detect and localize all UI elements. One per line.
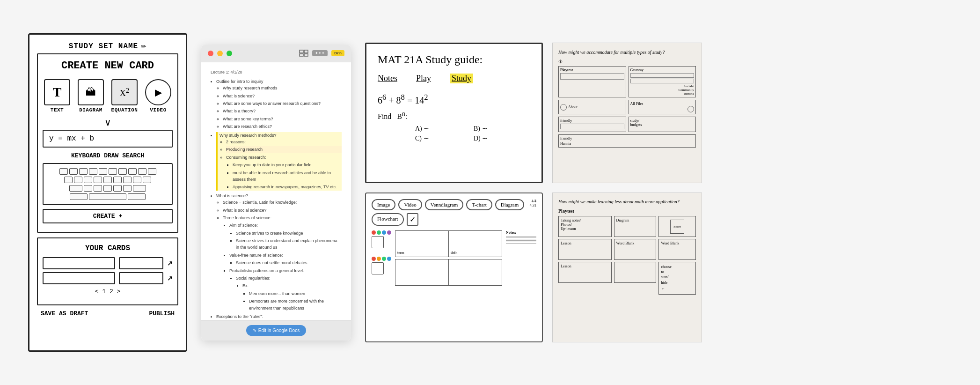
checkmark-icon: ✓ xyxy=(407,213,418,226)
card-item xyxy=(119,257,163,269)
card-type-grid: T TEXT 🏔 DIAGRAM X2 EQUATION xyxy=(43,79,173,113)
video-icon: ▶ xyxy=(145,79,171,105)
key xyxy=(59,168,68,175)
maximize-button[interactable] xyxy=(227,51,232,56)
playtest-label: Playtest xyxy=(558,208,696,214)
window-icon xyxy=(299,50,308,57)
card-type-equation[interactable]: X2 EQUATION xyxy=(110,79,139,113)
empty-cell-1 xyxy=(395,259,449,285)
defn-cell: defn xyxy=(449,231,502,257)
proto2-score: Score xyxy=(658,216,696,237)
key xyxy=(123,185,132,192)
close-button[interactable] xyxy=(208,51,213,56)
option-c: C) ∼ xyxy=(415,134,472,142)
input-methods-label: KEYBOARD DRAW SEARCH xyxy=(43,152,173,159)
math-find: Find B8: xyxy=(378,111,530,121)
image-placeholder xyxy=(372,236,384,248)
card-type-diagram[interactable]: 🏔 DIAGRAM xyxy=(76,79,105,113)
proto2-diagram: Diagram xyxy=(614,216,657,237)
orange-dot xyxy=(377,257,381,261)
minimize-button[interactable] xyxy=(217,51,223,56)
purple-dot xyxy=(387,230,391,235)
option-b: B) ∼ xyxy=(474,125,530,133)
document-content: Lecture 1: 4/1/20 Outline for intro to i… xyxy=(201,62,351,320)
green-dot-2 xyxy=(382,257,386,261)
sketch-create-card: STUDY SET NAME ✏ CREATE NEW CARD T TEXT … xyxy=(28,33,187,352)
study-set-name-label: STUDY SET NAME xyxy=(69,42,138,51)
tool-diagram[interactable]: Diagram xyxy=(495,199,524,210)
create-button[interactable]: CREATE + xyxy=(43,209,173,223)
card-row-1: ↗ xyxy=(43,257,173,269)
sketch-browser: ✦✦✦ Dr'n Lecture 1: 4/1/20 Outline for i… xyxy=(201,45,351,341)
color-dots-row-2 xyxy=(372,257,391,261)
browser-tab-2[interactable]: Dr'n xyxy=(331,50,344,56)
prototype-2-title: How might we make learning less about ma… xyxy=(558,199,696,205)
proto-cell-playtest: Playtest xyxy=(558,66,626,97)
tab-study[interactable]: Study xyxy=(450,74,473,83)
tab-notes[interactable]: Notes xyxy=(378,74,397,83)
key xyxy=(84,185,92,192)
key xyxy=(99,168,107,175)
browser-footer: ✎ Edit in Google Docs xyxy=(201,320,351,341)
tool-image[interactable]: Image xyxy=(372,199,395,210)
proto2-taking-notes: Taking notes/Photos/Up-lesson xyxy=(558,216,612,237)
svg-rect-1 xyxy=(304,50,308,53)
proto2-word-blank: Word Blank xyxy=(614,239,657,260)
spacebar-key xyxy=(89,193,126,200)
sketch-learning-prototype: How might we make learning less about ma… xyxy=(552,192,702,342)
svg-rect-2 xyxy=(300,54,303,56)
edit-icon: ✎ xyxy=(253,328,256,333)
svg-rect-0 xyxy=(300,50,303,53)
study-tabs: Notes Play Study xyxy=(378,74,530,83)
equation-icon: X2 xyxy=(111,79,138,105)
sketch-study-guide: MAT 21A Study guide: Notes Play Study 66… xyxy=(365,43,543,183)
card-item xyxy=(43,272,115,284)
notes-area: Notes: xyxy=(506,230,536,286)
key xyxy=(138,168,146,175)
proto2-choose: choosetostart/hide ← xyxy=(658,262,696,295)
notes-label: Notes: xyxy=(506,230,536,235)
equation-label: EQUATION xyxy=(111,107,138,113)
save-draft-button[interactable]: SAVE AS DRAFT xyxy=(41,310,88,317)
proto2-col2: Diagram Word Blank xyxy=(614,216,657,295)
option-d: D) ∼ xyxy=(474,134,530,142)
term-cell: term xyxy=(395,231,449,257)
browser-tab-1[interactable]: ✦✦✦ xyxy=(312,50,328,56)
key xyxy=(89,168,97,175)
blue-dot xyxy=(382,230,386,235)
key xyxy=(133,185,146,192)
card-type-video[interactable]: ▶ VIDEO xyxy=(144,79,173,113)
pagination[interactable]: < 1 2 > xyxy=(43,288,173,295)
green-dot xyxy=(377,230,381,235)
proto2-word-blank-2: Word Blank xyxy=(658,239,696,260)
arrow-icon: ↗ xyxy=(167,274,173,282)
arrow-icon: ↗ xyxy=(167,259,173,267)
proto-cell-study-budgets: study/budgets xyxy=(629,117,696,132)
your-cards-title: YOUR CARDS xyxy=(43,244,173,252)
sketch5-header: Image Video Venndiagram T-chart Diagram … xyxy=(372,199,536,230)
diagram-label: DIAGRAM xyxy=(79,107,102,113)
key xyxy=(84,177,92,183)
publish-button[interactable]: PUBLISH xyxy=(149,310,175,317)
term-label: term xyxy=(397,251,404,255)
tool-tchart[interactable]: T-chart xyxy=(466,199,492,210)
browser-titlebar: ✦✦✦ Dr'n xyxy=(201,45,351,62)
equation-input[interactable]: y = mx + b xyxy=(43,130,173,148)
color-dots-row xyxy=(372,230,391,235)
tool-video[interactable]: Video xyxy=(398,199,422,210)
math-options: A) ∼ B) ∼ C) ∼ D) ∼ xyxy=(378,125,530,142)
diagram-icon: 🏔 xyxy=(78,79,104,105)
tab-play[interactable]: Play xyxy=(416,74,431,83)
red-dot-2 xyxy=(372,257,376,261)
main-container: STUDY SET NAME ✏ CREATE NEW CARD T TEXT … xyxy=(0,15,980,370)
key xyxy=(69,168,78,175)
card-type-text[interactable]: T TEXT xyxy=(43,79,72,113)
key xyxy=(94,185,102,192)
tool-buttons: Image Video Venndiagram T-chart Diagram … xyxy=(372,199,527,226)
tool-venndiagram[interactable]: Venndiagram xyxy=(425,199,464,210)
option-a: A) ∼ xyxy=(415,125,472,133)
key xyxy=(103,185,112,192)
card-item xyxy=(119,272,163,284)
edit-in-google-docs-button[interactable]: ✎ Edit in Google Docs xyxy=(246,325,306,336)
tool-flowchart[interactable]: Flowchart xyxy=(372,213,404,226)
